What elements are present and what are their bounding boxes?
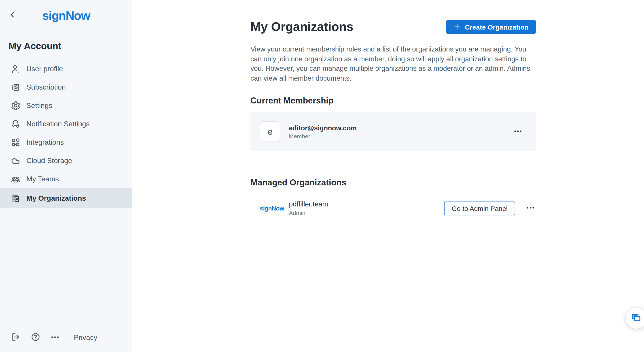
page-description: View your current membership roles and a…: [250, 44, 536, 83]
sidebar-item-integrations[interactable]: Integrations: [0, 133, 132, 151]
sidebar-item-cloud-storage[interactable]: Cloud Storage: [0, 151, 132, 170]
sidebar-footer: Privacy: [0, 323, 132, 352]
help-circle-icon: [31, 332, 40, 343]
settings-gear-icon: [11, 101, 20, 110]
member-info: editor@signnow.com Member: [289, 124, 357, 139]
sidebar-item-my-teams[interactable]: My Teams: [0, 170, 132, 188]
member-avatar: e: [260, 121, 280, 142]
subscription-icon: [11, 82, 20, 92]
page-title: My Organizations: [250, 20, 353, 34]
sidebar-item-subscription[interactable]: Subscription: [0, 78, 132, 96]
go-to-admin-panel-button[interactable]: Go to Admin Panel: [444, 201, 515, 215]
sidebar-nav: User profile Subscription Settings Notif…: [0, 60, 132, 208]
plus-icon: [454, 23, 461, 31]
sidebar-item-user-profile[interactable]: User profile: [0, 60, 132, 78]
sidebar-item-label: Cloud Storage: [26, 156, 72, 164]
sidebar-item-label: Settings: [26, 101, 52, 109]
organization-row: signNow pdffiller.team Admin Go to Admin…: [250, 200, 536, 216]
sidebar-item-label: Integrations: [26, 138, 64, 146]
ellipsis-icon: [50, 332, 60, 343]
user-profile-icon: [11, 64, 20, 74]
membership-actions-button[interactable]: [512, 126, 523, 137]
integrations-blocks-icon: [11, 137, 20, 147]
page-header: My Organizations Create Organization: [250, 20, 536, 34]
organization-info: pdffiller.team Admin: [289, 200, 328, 216]
sidebar: signNow My Account User profile Subscrip…: [0, 0, 132, 352]
sidebar-item-notification-settings[interactable]: Notification Settings: [0, 115, 132, 133]
app-window: signNow My Account User profile Subscrip…: [0, 0, 644, 352]
organization-actions: Go to Admin Panel: [444, 201, 536, 215]
ellipsis-icon: [514, 126, 522, 137]
sidebar-header: signNow: [0, 0, 132, 29]
organization-role: Admin: [289, 210, 328, 216]
managed-organizations-heading: Managed Organizations: [250, 178, 536, 188]
current-membership-heading: Current Membership: [250, 96, 536, 106]
logout-button[interactable]: [11, 333, 20, 342]
ellipsis-icon: [526, 203, 535, 213]
main-area: My Organizations Create Organization Vie…: [132, 0, 644, 352]
sidebar-item-settings[interactable]: Settings: [0, 96, 132, 115]
sidebar-item-label: Subscription: [26, 83, 66, 91]
cloud-icon: [11, 156, 20, 165]
buildings-icon: [11, 193, 20, 203]
member-email: editor@signnow.com: [289, 124, 357, 131]
help-button[interactable]: [30, 333, 40, 342]
create-organization-label: Create Organization: [465, 23, 528, 31]
content-column: My Organizations Create Organization Vie…: [250, 0, 536, 216]
sidebar-item-label: Notification Settings: [26, 120, 90, 128]
chat-bubbles-icon: [630, 312, 642, 324]
organization-name: pdffiller.team: [289, 200, 328, 208]
sidebar-item-my-organizations[interactable]: My Organizations: [0, 188, 132, 208]
bell-gear-icon: [11, 119, 20, 129]
sidebar-title: My Account: [8, 41, 132, 52]
more-options-button[interactable]: [50, 333, 60, 342]
organization-more-button[interactable]: [525, 203, 536, 214]
privacy-link[interactable]: Privacy: [74, 334, 97, 342]
sidebar-item-label: My Teams: [26, 175, 59, 183]
people-group-icon: [11, 174, 20, 184]
logout-icon: [11, 332, 20, 343]
membership-card: e editor@signnow.com Member: [250, 112, 536, 151]
create-organization-button[interactable]: Create Organization: [446, 20, 536, 34]
signnow-logo: signNow: [0, 9, 132, 23]
organization-logo: signNow: [260, 205, 280, 212]
sidebar-item-label: My Organizations: [26, 194, 86, 202]
sidebar-item-label: User profile: [26, 65, 63, 73]
member-role: Member: [289, 133, 357, 139]
